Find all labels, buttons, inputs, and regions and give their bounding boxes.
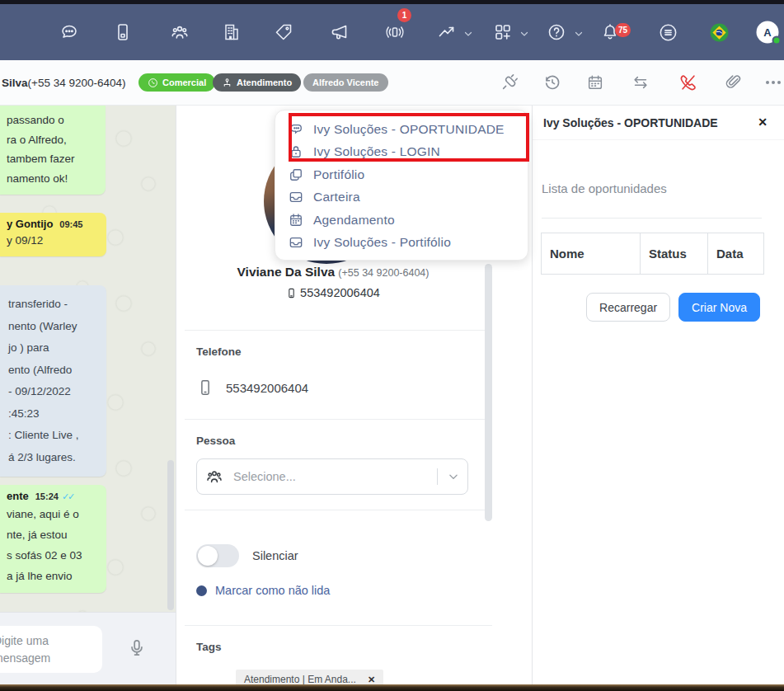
chat-message-outgoing: passando o ra o Alfredo, tambem fazer na… [0,106,106,195]
read-ticks-icon: ✓✓ [62,491,73,502]
conversation-header: Silva(+55 34 9200-6404) Comercial Atendi… [0,60,784,106]
toggle-knob [198,546,218,566]
calendar-icon[interactable] [586,73,604,92]
trending-icon[interactable] [437,22,457,42]
chevron-down-icon[interactable] [574,27,584,37]
message-time: 15:24 [35,491,59,501]
mute-toggle[interactable] [196,544,239,567]
chat-message-system: transferido - nento (Warley jo ) para en… [0,285,106,477]
microphone-icon[interactable] [126,637,148,659]
badge-agent[interactable]: Alfredo Vicente [303,73,388,92]
menu-item-label: Carteira [313,190,360,204]
online-status-dot [772,36,782,45]
message-text: y 09/12 [7,232,98,250]
mark-unread-button[interactable]: Marcar como não lida [196,584,330,597]
history-icon[interactable] [543,73,561,92]
column-data: Data [708,233,764,275]
attachment-icon[interactable] [725,73,743,92]
message-sender: y Gontijo [7,218,53,230]
person-select[interactable]: Selecione... [196,458,468,495]
company-icon[interactable] [222,22,242,42]
copy-icon [288,167,304,183]
menu-item-ivy-portifolio[interactable]: Ivy Soluções - Portifólio [275,232,528,255]
contact-name: Silva [2,77,28,89]
mute-label: Silenciar [252,549,298,562]
apps-grid-icon[interactable] [493,22,513,42]
avatar-letter: A [763,26,771,39]
close-icon[interactable]: ✕ [758,115,768,129]
call-signal-icon[interactable] [385,22,405,42]
contact-name-bold: Viviane Da Silva [237,265,336,279]
message-time: 09:45 [59,219,82,229]
column-status: Status [641,233,708,275]
menu-circle-icon[interactable] [658,22,678,42]
transfer-icon[interactable] [631,73,650,92]
message-text: transferido - nento (Warley jo ) para en… [8,294,98,468]
more-options-icon[interactable] [766,81,781,84]
chat-message-outgoing: ente 15:24 ✓✓ viane, aqui é o nte, já es… [0,485,106,593]
window-bottom-edge [0,684,784,691]
divider [185,625,492,626]
chat-bubble-icon[interactable] [59,22,79,42]
badge-comercial[interactable]: Comercial [138,73,215,92]
contact-name-phone: (+55 34 9200-6404) [338,267,429,279]
tag-label: Atendimento | Em Anda... [244,674,356,685]
select-placeholder: Selecione... [233,470,427,483]
person-section-label: Pessoa [196,435,235,447]
badge-atendimento[interactable]: Atendimento [213,73,301,92]
opportunities-table: Nome Status Data [541,233,764,275]
divider [185,510,492,510]
opportunities-title: Ivy Soluções - OPORTUNIDADE [543,116,718,129]
contact-panel-scrollbar[interactable] [485,264,492,521]
tag-remove-icon[interactable]: ✕ [368,675,375,685]
message-input-area: Digite uma mensagem [0,612,176,684]
megaphone-icon[interactable] [330,22,350,42]
calendar-icon [288,212,304,228]
contact-subtitle-phone: 553492006404 [176,286,490,299]
team-icon[interactable] [170,22,190,42]
contact-phone: (+55 34 9200-6404) [28,77,126,89]
menu-item-carteira[interactable]: Carteira [275,186,528,209]
app-window: A 1 75 Silva(+55 34 9200-6404) Comercial… [0,0,784,691]
brazil-flag-icon[interactable] [709,22,729,42]
hangup-icon[interactable] [679,73,697,92]
message-input[interactable]: Digite uma mensagem [0,626,102,673]
create-new-button[interactable]: Criar Nova [678,293,760,322]
kiosk-icon[interactable] [113,22,133,42]
opportunities-list-label: Lista de oportunidades [542,181,667,195]
people-icon [205,468,223,486]
notification-badge: 75 [615,23,631,37]
contact-subtitle-number: 553492006404 [300,286,380,299]
inbox-icon [288,234,304,251]
contact-details-panel: Ivy Soluções - OPORTUNIDADE Ivy Soluções… [176,106,532,684]
message-text: viane, aqui é o nte, já estou s sofás 02… [7,504,98,586]
tag-icon[interactable] [274,22,293,42]
badge-label: Atendimento [237,78,292,87]
conversation-contact-title: Silva(+55 34 9200-6404) [2,77,126,89]
whatsapp-icon [148,78,158,88]
menu-item-portifolio[interactable]: Portifólio [275,163,528,186]
chevron-down-icon[interactable] [448,471,459,482]
menu-item-agendamento[interactable]: Agendamento [275,209,528,232]
chat-message-note: y Gontijo 09:45 y 09/12 [0,213,106,256]
inbox-icon [288,189,304,205]
chevron-down-icon[interactable] [463,27,473,37]
phone-value: 553492006404 [226,381,308,395]
select-divider [437,468,438,485]
message-sender: ente [7,490,29,502]
mobile-icon [196,378,214,397]
message-text: passando o ra o Alfredo, tambem fazer na… [7,110,97,188]
divider [185,330,492,331]
reload-button[interactable]: Recarregar [586,293,670,322]
opportunities-actions: Recarregar Criar Nova [586,293,760,322]
plug-icon[interactable] [500,73,519,92]
help-icon[interactable] [547,22,566,42]
chevron-down-icon[interactable] [519,27,529,37]
user-avatar[interactable]: A [757,21,779,44]
unread-dot-icon [196,585,207,596]
badge-label: Alfredo Vicente [312,78,379,87]
chat-scrollbar[interactable] [167,460,174,610]
sitemap-icon [222,78,232,88]
main-navbar: A 1 75 [0,4,784,60]
menu-item-label: Portifólio [313,167,364,182]
